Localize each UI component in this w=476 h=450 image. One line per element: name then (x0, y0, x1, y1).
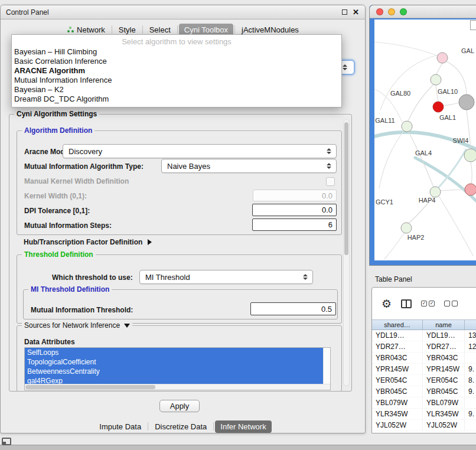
dropdown-item[interactable]: Bayesian – K2 (12, 85, 341, 94)
table-row[interactable]: YER054CYER054C8. (372, 375, 476, 386)
network-node[interactable] (401, 223, 412, 233)
node-label: GAL80 (390, 90, 410, 97)
network-edge[interactable] (444, 103, 459, 106)
table-cell: YER054C (423, 375, 465, 386)
table-row[interactable]: YDL19…YDL19…13 (372, 330, 476, 341)
table-row[interactable]: YLR345WYLR345W9. (372, 409, 476, 420)
unchecked-box-icon (444, 301, 450, 306)
table-row[interactable]: YBR043CYBR043C (372, 353, 476, 364)
group-title: MI Threshold Definition (28, 285, 112, 294)
data-attribute-item[interactable]: BetweennessCentrality (25, 367, 323, 376)
attributes-hscrollbar-thumb[interactable] (25, 385, 155, 389)
control-panel-window: Control Panel ✕ NetworkStyleSelectCyni T… (0, 5, 366, 433)
network-node[interactable] (464, 149, 476, 162)
data-attribute-item[interactable]: SelfLoops (25, 348, 323, 357)
tab-discretize-data[interactable]: Discretize Data (149, 420, 212, 433)
restore-panel-icon-fill (3, 442, 6, 444)
mi-steps-field[interactable] (252, 219, 337, 231)
mi-steps-label: Mutual Information Steps: (24, 221, 112, 230)
zoom-traffic-light[interactable] (400, 8, 407, 15)
network-canvas[interactable]: GALGAL80GAL10GAL11GAL1SWI4GAL4GCY1HAP4HA… (374, 19, 476, 260)
table-row[interactable]: YJL052WYJL052W (372, 420, 476, 431)
settings-scrollbar[interactable] (343, 119, 350, 386)
network-edge[interactable] (374, 42, 437, 56)
network-node[interactable] (465, 184, 476, 195)
manual-kernel-checkbox[interactable] (326, 177, 335, 186)
network-node[interactable] (431, 74, 441, 85)
select-all-columns-icon[interactable]: ✓ ✓ (421, 301, 435, 306)
network-edge[interactable] (384, 233, 405, 259)
table-row[interactable]: YBR045CYBR045C9. (372, 386, 476, 397)
column-header[interactable]: shared… (372, 320, 423, 330)
dropdown-item[interactable]: Basic Correlation Inference (12, 57, 341, 66)
dropdown-item[interactable]: Dream8 DC_TDC Algorithm (12, 94, 341, 104)
sources-group-title[interactable]: Sources for Network Inference (22, 321, 132, 330)
table-cell: 12 (465, 341, 476, 352)
tab-impute-data[interactable]: Impute Data (94, 420, 146, 433)
group-title: Algorithm Definition (22, 126, 94, 135)
table-row[interactable]: YBL079WYBL079W (372, 397, 476, 409)
network-edge[interactable] (439, 196, 473, 256)
network-scrollbar-fragment[interactable] (470, 20, 476, 30)
show-columns-icon[interactable] (401, 299, 412, 308)
mi-algorithm-type-select[interactable]: Naive Bayes (161, 159, 337, 173)
network-node[interactable] (433, 102, 444, 112)
table-row[interactable]: YDR27…YDR27…12 (372, 341, 476, 353)
data-attributes-list[interactable]: SelfLoopsTopologicalCoefficientBetweenne… (24, 347, 331, 390)
deselect-all-columns-icon[interactable] (444, 301, 458, 306)
table-row[interactable]: YPR145WYPR145W9. (372, 364, 476, 375)
attributes-vertical-scrollbar[interactable] (323, 348, 330, 384)
table-cell: YBR045C (372, 386, 423, 397)
dpi-tolerance-field[interactable] (252, 204, 337, 216)
restore-panel-icon[interactable] (2, 438, 11, 445)
network-node[interactable] (402, 121, 412, 132)
which-threshold-value: MI Threshold (140, 273, 302, 282)
kernel-width-field[interactable] (253, 190, 337, 201)
dropdown-item[interactable]: ARACNE Algorithm (12, 66, 341, 76)
settings-scrollbar-thumb[interactable] (344, 122, 348, 255)
dropdown-item[interactable]: Mutual Information Inference (12, 76, 341, 85)
table-cell: YPR145W (423, 364, 465, 374)
table-cell: 9. (465, 409, 476, 419)
window-title: Control Panel (6, 8, 49, 17)
tab-infer-network[interactable]: Infer Network (215, 420, 271, 433)
minimize-traffic-light[interactable] (388, 8, 395, 15)
network-node[interactable] (437, 53, 448, 63)
attributes-horizontal-scrollbar[interactable] (25, 384, 330, 390)
network-node[interactable] (430, 187, 441, 197)
hub-definition-section[interactable]: Hub/Transcription Factor Definition (24, 238, 152, 246)
data-attribute-item[interactable]: TopologicalCoefficient (25, 357, 323, 367)
node-label: GAL11 (375, 117, 395, 124)
network-edge[interactable] (441, 190, 465, 191)
network-window-titlebar[interactable] (370, 5, 476, 18)
network-edge[interactable] (408, 84, 433, 121)
table-cell: YBR043C (372, 353, 423, 363)
gear-icon[interactable]: ⚙ (382, 298, 392, 309)
float-window-icon[interactable] (342, 9, 347, 15)
aracne-mode-select[interactable]: Discovery (63, 144, 337, 158)
mi-threshold-field[interactable] (250, 302, 336, 315)
control-panel-titlebar[interactable]: Control Panel ✕ (1, 5, 365, 19)
close-traffic-light[interactable] (376, 8, 383, 15)
column-header[interactable] (465, 320, 476, 330)
network-edge[interactable] (471, 162, 472, 184)
table-cell: YLR345W (372, 409, 423, 419)
network-edge[interactable] (436, 63, 442, 74)
network-edge[interactable] (379, 131, 404, 188)
apply-button[interactable]: Apply (159, 400, 200, 412)
node-label: GAL1 (439, 114, 456, 121)
network-node[interactable] (459, 94, 474, 110)
tab-label: Style (119, 25, 136, 34)
close-icon[interactable]: ✕ (353, 8, 359, 16)
table-cell: YBL079W (423, 397, 465, 408)
tab-label: Cyni Toolbox (184, 25, 228, 34)
dropdown-item[interactable]: Bayesian – Hill Climbing (12, 47, 341, 57)
node-label: SWI4 (453, 137, 469, 144)
node-label: HAP4 (419, 197, 436, 204)
which-threshold-label: Which threshold to use: (52, 273, 133, 282)
tab-label: Network (77, 25, 105, 34)
network-edge[interactable] (380, 55, 438, 110)
checked-box-icon: ✓ (421, 301, 427, 306)
column-header[interactable]: name (423, 320, 465, 330)
which-threshold-select[interactable]: MI Threshold (139, 270, 313, 284)
